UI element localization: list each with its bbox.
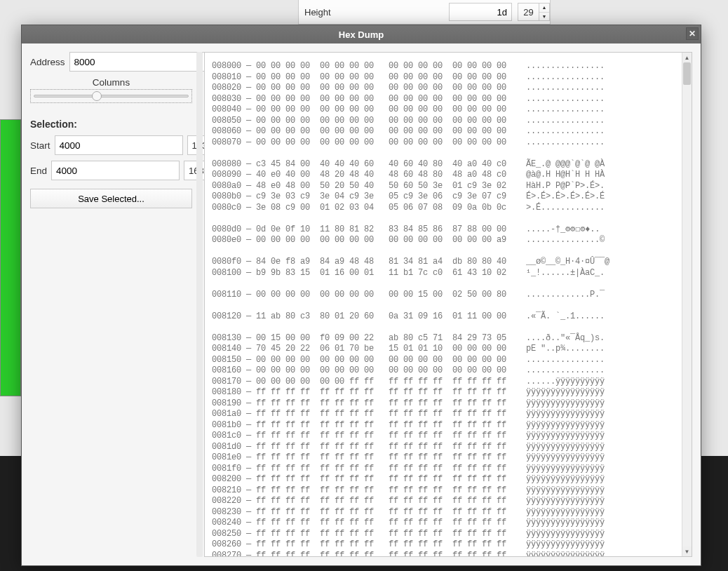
- start-label: Start: [30, 140, 50, 151]
- end-label: End: [30, 166, 47, 176]
- height-label: Height: [304, 7, 443, 18]
- dialog-titlebar[interactable]: Hex Dump ✕: [22, 25, 701, 43]
- address-hex-input[interactable]: [69, 52, 198, 72]
- save-selected-button[interactable]: Save Selected...: [30, 189, 192, 208]
- hex-pane: 008000 — 00 00 00 00 00 00 00 00 00 00 0…: [204, 52, 692, 557]
- height-spin-value[interactable]: 29: [518, 3, 539, 21]
- vertical-scrollbar[interactable]: ▲ ▼: [682, 53, 692, 556]
- chevron-down-icon[interactable]: ▼: [539, 13, 549, 21]
- address-label: Address: [30, 57, 65, 67]
- slider-track: [34, 95, 189, 98]
- columns-slider[interactable]: [30, 89, 192, 103]
- splitter[interactable]: [196, 52, 203, 557]
- close-icon: ✕: [689, 29, 696, 39]
- start-hex-input[interactable]: [55, 135, 183, 155]
- end-hex-input[interactable]: [51, 161, 180, 180]
- bg-top-panel: Height 29 ▲ ▼: [298, 0, 551, 25]
- scrollbar-down-icon[interactable]: ▼: [682, 546, 692, 556]
- hex-dump-dialog: Hex Dump ✕ Address 32768 ▲ ▼ Columns: [21, 25, 701, 566]
- close-button[interactable]: ✕: [686, 27, 699, 40]
- hex-content[interactable]: 008000 — 00 00 00 00 00 00 00 00 00 00 0…: [205, 53, 682, 556]
- dialog-title: Hex Dump: [339, 29, 384, 40]
- left-panel: Address 32768 ▲ ▼ Columns Selection: Sta: [30, 52, 195, 557]
- scrollbar-thumb[interactable]: [683, 62, 691, 85]
- selection-header: Selection:: [30, 119, 192, 130]
- bg-green-panel: [0, 119, 21, 396]
- slider-thumb[interactable]: [92, 91, 102, 101]
- height-spin[interactable]: 29 ▲ ▼: [518, 3, 550, 21]
- columns-label: Columns: [30, 77, 192, 88]
- scrollbar-up-icon[interactable]: ▲: [682, 53, 692, 62]
- chevron-up-icon[interactable]: ▲: [539, 4, 549, 13]
- height-hex-input[interactable]: [449, 3, 512, 21]
